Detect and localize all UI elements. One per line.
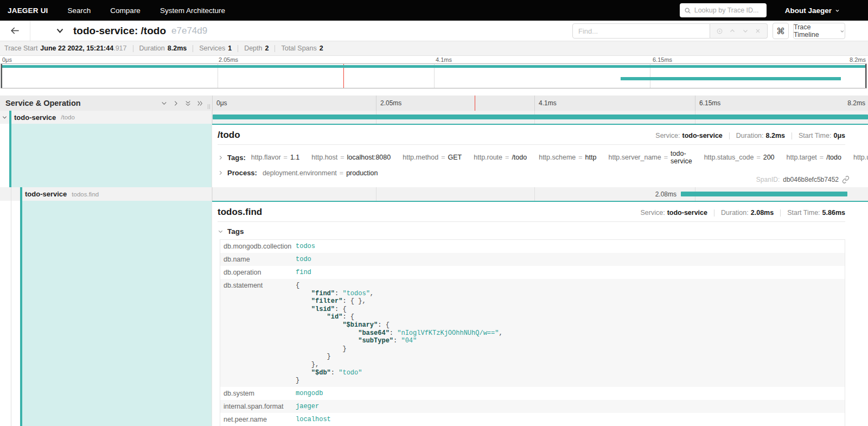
span-row-todo-timeline bbox=[212, 111, 868, 124]
collapse-trace-chevron[interactable] bbox=[55, 26, 65, 35]
axis-gridline bbox=[376, 96, 376, 111]
axis-gridline bbox=[534, 96, 535, 111]
tag-key: net.peer.name bbox=[220, 413, 292, 425]
span-detail-meta: Service: todo-service Duration: 2.08ms S… bbox=[641, 209, 845, 217]
summary-label: Duration bbox=[139, 44, 165, 52]
duration-value: 8.2ms bbox=[168, 44, 187, 52]
trace-title: todo-service: /todo bbox=[73, 25, 166, 37]
process-accordion-todo[interactable]: Process: deployment.environment=producti… bbox=[218, 169, 845, 177]
table-row: db.name todo bbox=[220, 253, 845, 266]
clear-find-icon[interactable] bbox=[755, 28, 761, 34]
column-resizer[interactable] bbox=[208, 104, 210, 109]
tag-chip: http.route=/todo bbox=[474, 154, 527, 161]
tag-key: db.statement bbox=[220, 279, 292, 291]
collapse-children-icon[interactable] bbox=[2, 115, 8, 120]
timeline-axis: 0μs 2.05ms 4.1ms 6.15ms 8.2ms bbox=[212, 96, 868, 111]
trace-page-header: todo-service: /todo e7e74d9 ⌘ Trace Time… bbox=[0, 21, 868, 41]
minimap-span-bar-todos-find bbox=[621, 77, 841, 80]
minimap-left-handle[interactable] bbox=[1, 64, 2, 88]
timeline-minimap[interactable] bbox=[1, 63, 867, 88]
back-button[interactable] bbox=[0, 21, 30, 41]
trace-view-select[interactable]: Trace Timeline bbox=[793, 23, 845, 39]
meta-start-time-value: 0μs bbox=[833, 132, 845, 139]
expand-all-icon[interactable] bbox=[196, 100, 203, 107]
meta-service-value: todo-service bbox=[682, 132, 722, 139]
chevron-down-icon bbox=[218, 228, 224, 234]
span-bar-todos-find[interactable] bbox=[681, 192, 847, 196]
summary-label: Total Spans bbox=[281, 44, 316, 52]
indent-guide-line bbox=[11, 187, 11, 426]
jaeger-logo[interactable]: JAEGER UI bbox=[8, 7, 48, 15]
meta-duration-value: 2.08ms bbox=[751, 209, 774, 217]
nav-item-search[interactable]: Search bbox=[68, 7, 91, 15]
tag-value: localhost bbox=[292, 413, 335, 425]
minimap-right-handle[interactable] bbox=[865, 64, 866, 88]
span-row-todo-left: todo-service /todo bbox=[0, 111, 212, 124]
span-row-todos-find[interactable]: todo-service todos.find 2.08ms bbox=[0, 187, 868, 201]
about-jaeger-menu[interactable]: About Jaeger bbox=[785, 7, 840, 15]
tag-value: todos bbox=[292, 240, 320, 252]
span-detail-indent-todos-find bbox=[22, 201, 212, 426]
meta-label: Start Time: bbox=[787, 209, 820, 217]
nav-item-compare[interactable]: Compare bbox=[110, 7, 141, 15]
meta-label: Service: bbox=[641, 209, 665, 217]
find-controls bbox=[710, 23, 768, 39]
divider bbox=[780, 209, 781, 217]
collapse-all-icon[interactable] bbox=[184, 100, 192, 107]
services-value: 1 bbox=[228, 44, 232, 52]
tag-chip: http.host=localhost:8080 bbox=[311, 154, 391, 161]
minimap-tick: 6.15ms bbox=[653, 56, 672, 63]
tag-key: db.operation bbox=[220, 266, 292, 278]
find-input[interactable] bbox=[572, 23, 710, 39]
span-service-name[interactable]: todo-service bbox=[14, 113, 56, 122]
divider bbox=[218, 144, 845, 145]
tags-accordion-todos-find[interactable]: Tags bbox=[218, 227, 845, 236]
expand-one-icon[interactable] bbox=[173, 100, 180, 107]
tags-kv-table: db.mongodb.collection todos db.name todo… bbox=[220, 239, 845, 426]
command-icon: ⌘ bbox=[776, 26, 785, 36]
trace-id-lookup-input[interactable] bbox=[694, 7, 762, 14]
axis-tick: 4.1ms bbox=[539, 99, 557, 107]
table-row: internal.span.format jaeger bbox=[220, 400, 845, 413]
collapse-controls bbox=[161, 100, 203, 107]
span-service-name[interactable]: todo-service bbox=[25, 190, 67, 198]
span-operation-name: todos.find bbox=[72, 191, 99, 198]
span-detail-title: /todo bbox=[218, 130, 240, 141]
link-icon[interactable] bbox=[842, 176, 850, 183]
nav-item-system-architecture[interactable]: System Architecture bbox=[160, 7, 225, 15]
minimap-tick: 4.1ms bbox=[436, 56, 452, 63]
nav-right: About Jaeger bbox=[680, 3, 840, 17]
meta-label: Service: bbox=[655, 132, 680, 139]
meta-label: Start Time: bbox=[799, 132, 831, 139]
span-bar-todo[interactable] bbox=[213, 115, 868, 119]
axis-gridline bbox=[212, 187, 213, 201]
axis-tick: 8.2ms bbox=[847, 99, 865, 107]
collapse-one-icon[interactable] bbox=[161, 100, 168, 107]
summary-label: Depth bbox=[244, 44, 262, 52]
axis-gridline bbox=[695, 96, 695, 111]
focus-target-icon[interactable] bbox=[716, 28, 723, 35]
keyboard-shortcuts-button[interactable]: ⌘ bbox=[773, 23, 789, 39]
tag-chip: http.user_agent=M... bbox=[853, 154, 868, 161]
next-match-icon[interactable] bbox=[742, 28, 749, 34]
span-operation-name: /todo bbox=[61, 114, 75, 120]
trace-id-lookup[interactable] bbox=[680, 3, 767, 17]
spanid-label: SpanID: bbox=[756, 176, 780, 183]
tags-accordion-todo[interactable]: Tags: http.flavor=1.1 http.host=localhos… bbox=[218, 150, 845, 165]
axis-gridline bbox=[534, 187, 535, 201]
jaeger-trace-page: JAEGER UI Search Compare System Architec… bbox=[0, 0, 868, 426]
meta-service-value: todo-service bbox=[667, 209, 707, 217]
timeline-header: Service & Operation 0μs 2.05ms 4.1ms 6.1… bbox=[0, 96, 868, 111]
tag-chip: http.scheme=http bbox=[539, 154, 596, 161]
axis-gridline bbox=[212, 96, 213, 111]
prev-match-icon[interactable] bbox=[729, 28, 736, 34]
about-jaeger-label: About Jaeger bbox=[785, 7, 832, 15]
span-row-todo[interactable]: todo-service /todo bbox=[0, 111, 868, 124]
tag-chip: http.method=GET bbox=[403, 154, 462, 161]
chevron-right-icon bbox=[218, 155, 224, 161]
timeline-header-left: Service & Operation bbox=[0, 96, 212, 111]
tags-section-title: Tags bbox=[227, 227, 244, 236]
total-spans-value: 2 bbox=[320, 44, 323, 52]
span-color-accent bbox=[20, 187, 22, 201]
span-duration-label: 2.08ms bbox=[645, 190, 676, 198]
